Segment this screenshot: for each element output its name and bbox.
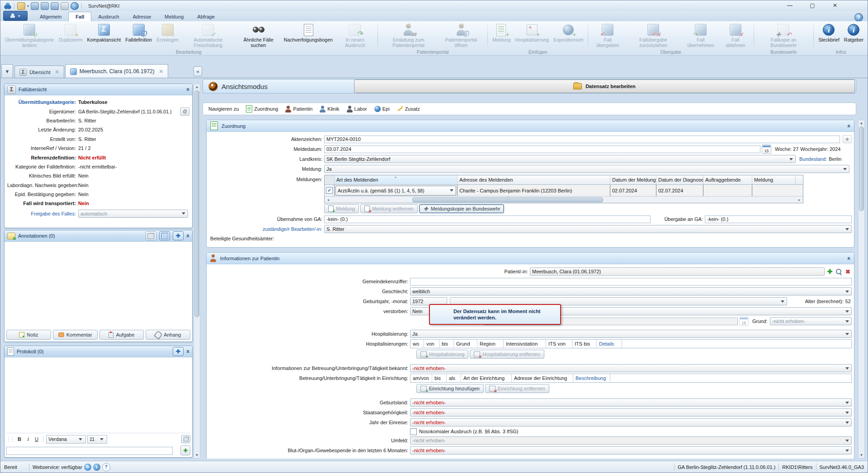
- font-size-select[interactable]: 11: [87, 435, 107, 444]
- font-family-select[interactable]: Verdana: [46, 435, 86, 444]
- scroll-down-icon[interactable]: ▼: [194, 452, 200, 458]
- nachverfolgungsbogen-button[interactable]: Nachverfolgungsbogen: [282, 23, 335, 43]
- column-header[interactable]: Datum der Diagnose: [656, 175, 703, 184]
- collapse-icon[interactable]: «: [846, 257, 851, 260]
- print-icon[interactable]: [61, 2, 69, 10]
- meldungskopie-bundeswehr-button[interactable]: Meldungskopie an Bundeswehr: [419, 204, 505, 213]
- add-patient-icon[interactable]: ✚: [826, 268, 834, 276]
- sidebar-scrollbar[interactable]: ▲ ▼: [193, 84, 200, 459]
- hospitalisierung-select[interactable]: Ja: [410, 330, 852, 338]
- betreuung-bekannt-select[interactable]: -nicht erhoben-: [410, 364, 852, 372]
- fall-overview-header[interactable]: Σ Fallübersicht «: [5, 84, 192, 95]
- steckbrief-button[interactable]: Steckbrief: [816, 23, 842, 43]
- scroll-up-icon[interactable]: ▲: [859, 120, 864, 126]
- table-horizontal-scrollbar[interactable]: ◂ ▸: [325, 196, 803, 203]
- commit-icon[interactable]: [31, 2, 39, 10]
- tab-meldung[interactable]: Meldung: [158, 12, 190, 21]
- help-icon[interactable]: ?: [854, 13, 863, 22]
- new-case-icon[interactable]: [17, 2, 25, 10]
- einreise-select[interactable]: -nicht erhoben-: [410, 418, 852, 426]
- bearbeiter-select[interactable]: S. Ritter: [324, 225, 852, 233]
- remove-patient-icon[interactable]: ✖: [844, 268, 852, 276]
- art-des-meldenden-select[interactable]: Arzt/Ärztin u.ä. (gemäß §6 (1) 1, 4, 5, …: [335, 186, 456, 196]
- zuordnung-header[interactable]: Zuordnung «: [207, 120, 854, 132]
- collapse-icon[interactable]: «: [185, 350, 190, 353]
- einrichtung-add-button[interactable]: Einrichtung hinzufügen: [416, 384, 484, 393]
- doc-tab-uebersicht[interactable]: Σ Übersicht ✕: [14, 66, 64, 78]
- details-link[interactable]: Details: [597, 340, 622, 348]
- annotations-list[interactable]: [5, 242, 192, 328]
- main-scrollbar[interactable]: ▲ ▼: [858, 120, 865, 459]
- underline-button[interactable]: U: [33, 436, 40, 443]
- owner-contact-button[interactable]: @: [180, 108, 189, 116]
- patient-input[interactable]: Meerbusch, Clara (01.06.1972): [530, 267, 825, 276]
- collapse-icon[interactable]: «: [185, 88, 190, 91]
- patientin-header[interactable]: Informationen zur Patientin «: [207, 253, 854, 264]
- nav-epi[interactable]: Epi: [374, 106, 390, 112]
- kompaktansicht-button[interactable]: Σ Kompaktansicht: [85, 23, 123, 43]
- grid-view-button[interactable]: [159, 231, 170, 240]
- aktenzeichen-input[interactable]: MYT2024-0010: [324, 136, 840, 143]
- tab-fall[interactable]: Fall: [68, 12, 91, 21]
- landkreis-select[interactable]: SK Berlin Steglitz-Zehlendorf: [324, 155, 796, 163]
- anhang-button[interactable]: Anhang: [146, 330, 190, 340]
- maximize-button[interactable]: ▢: [806, 1, 819, 10]
- protocol-list[interactable]: [5, 357, 192, 433]
- meldung-select[interactable]: Ja: [324, 165, 849, 173]
- nav-klinik[interactable]: Klinik: [320, 106, 339, 112]
- column-header[interactable]: Meldung: [752, 175, 796, 184]
- aehnliche-faelle-suchen-button[interactable]: Ähnliche Fälle suchen: [235, 23, 282, 48]
- gear-icon[interactable]: ✱: [843, 135, 852, 143]
- drag-handle[interactable]: ⋮⋮: [6, 437, 14, 442]
- protocol-input[interactable]: [6, 447, 173, 455]
- collapse-sidebar-button[interactable]: «: [193, 66, 202, 76]
- chevron-down-icon[interactable]: ▾: [27, 4, 29, 8]
- column-header[interactable]: Adresse des Meldenden: [458, 175, 610, 184]
- column-header[interactable]: Auftraggebende: [703, 175, 752, 184]
- bold-button[interactable]: B: [16, 436, 23, 443]
- nav-labor[interactable]: Labor: [347, 106, 367, 112]
- ratgeber-button[interactable]: Ratgeber: [842, 23, 866, 43]
- search-patient-icon[interactable]: [835, 268, 843, 276]
- calendar-icon[interactable]: 15: [762, 145, 771, 154]
- annotations-header[interactable]: Annotationen (0) ✚ «: [5, 230, 192, 242]
- staatsangehoerigkeit-select[interactable]: -nicht erhoben-: [410, 408, 852, 417]
- collapse-icon[interactable]: «: [185, 234, 190, 237]
- save-send-icon[interactable]: [51, 2, 59, 10]
- editor-resize-button[interactable]: [181, 435, 190, 443]
- row-checkbox[interactable]: [326, 187, 333, 194]
- italic-button[interactable]: I: [24, 436, 32, 443]
- gemeindekennziffer-input[interactable]: [410, 278, 852, 286]
- minimize-button[interactable]: —: [783, 1, 796, 10]
- kommentar-button[interactable]: Kommentar: [53, 330, 98, 340]
- tab-allgemein[interactable]: Allgemein: [33, 12, 68, 21]
- meldungen-table-row[interactable]: Arzt/Ärztin u.ä. (gemäß §6 (1) 1, 4, 5, …: [325, 185, 803, 196]
- close-icon[interactable]: ✕: [55, 69, 59, 75]
- tab-abfrage[interactable]: Abfrage: [190, 12, 222, 21]
- aufgabe-button[interactable]: Aufgabe: [99, 330, 144, 340]
- geschlecht-select[interactable]: weiblich: [410, 287, 852, 295]
- nav-patientin[interactable]: Patientin: [285, 106, 312, 112]
- uebergabe-input[interactable]: -kein- (0.): [705, 215, 852, 223]
- application-menu-button[interactable]: ▾: [3, 11, 28, 21]
- close-button[interactable]: ✕: [829, 1, 841, 10]
- nav-zuordnung[interactable]: Zuordnung: [246, 105, 278, 112]
- refresh-icon[interactable]: ↻: [84, 464, 91, 471]
- protocol-header[interactable]: Protokoll (0) ✚ «: [5, 346, 192, 357]
- nosokomial-checkbox[interactable]: [410, 428, 417, 435]
- info-icon[interactable]: i: [93, 464, 100, 471]
- scrollbar-thumb[interactable]: [194, 90, 199, 317]
- scroll-left-icon[interactable]: ◂: [326, 198, 331, 202]
- edit-record-button[interactable]: Datensatz bearbeiten: [354, 80, 855, 93]
- collapse-icon[interactable]: «: [846, 124, 851, 127]
- beschreibung-link[interactable]: Beschreibung: [573, 374, 610, 382]
- save-icon[interactable]: [41, 2, 49, 10]
- scrollbar-thumb[interactable]: [412, 197, 603, 202]
- scroll-up-icon[interactable]: ▲: [194, 84, 200, 90]
- expand-view-button[interactable]: ✚: [173, 231, 184, 240]
- scroll-right-icon[interactable]: ▸: [797, 198, 802, 202]
- meldedatum-input[interactable]: 03.07.2024: [324, 145, 760, 153]
- geburtsland-select[interactable]: -nicht erhoben-: [410, 398, 852, 407]
- notiz-button[interactable]: Notiz: [6, 330, 51, 340]
- tab-list-dropdown-button[interactable]: ▼: [1, 64, 13, 78]
